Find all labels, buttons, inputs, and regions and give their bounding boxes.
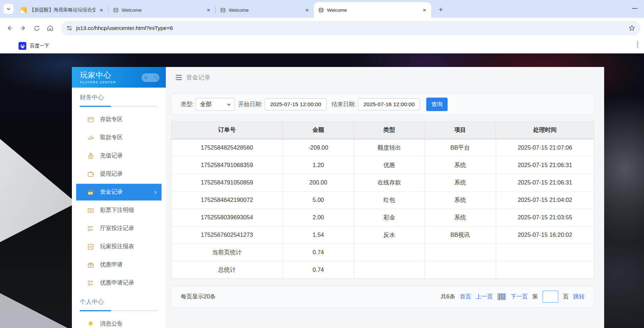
table-cell: 200.00: [283, 174, 354, 191]
table-cell: 2025-07-15 21:04:02: [496, 191, 594, 209]
tab-search-button[interactable]: [4, 4, 14, 14]
table-cell: 系统: [424, 156, 496, 174]
ticket-list-icon: [88, 207, 94, 214]
jump-prefix-label: 第: [532, 293, 538, 301]
tab-title: Welcome: [229, 7, 301, 13]
sidebar-item-message-announcements[interactable]: 消息公告: [72, 315, 166, 328]
page-title: 资金记录: [186, 73, 210, 82]
background-wedge: [0, 139, 76, 242]
panel-header: 资金记录: [166, 67, 604, 88]
chevron-down-icon: [227, 103, 231, 106]
table-cell: 0.74: [283, 261, 354, 278]
sidebar-item-promo-apply-records[interactable]: 优惠申请记录: [72, 274, 166, 292]
sidebar-section-title: 个人中心: [80, 298, 158, 310]
tab-welcome-active[interactable]: Welcome ×: [314, 2, 431, 18]
player-center-sidebar: 玩家中心 PLAYERS CENTER 财务中心存款专区取款专区充值记录提现记录…: [72, 67, 166, 328]
sidebar-item-withdraw-zone[interactable]: 取款专区: [72, 129, 166, 147]
sidebar-item-label: 存款专区: [100, 116, 123, 123]
tab-forum[interactable]: 【新提醒】海燕策略论坛综合交 ×: [16, 2, 108, 18]
background-wedge: [0, 278, 68, 328]
sidebar-item-player-bet-report[interactable]: 玩家投注报表: [72, 238, 166, 256]
table-cell: 2025-07-15 21:06:31: [496, 174, 594, 191]
bell-icon: [88, 321, 94, 327]
type-label: 类型:: [181, 101, 194, 108]
summary-row: 当前页统计0.74: [171, 244, 594, 261]
back-arrow-icon: [6, 25, 13, 32]
tab-strip: 【新提醒】海燕策略论坛综合交 × Welcome × Welcome × Wel…: [0, 0, 644, 18]
pagination-bar: 每页显示20条 共6条 首页 上一页 [1] 下一页 第 页 跳转: [171, 286, 594, 307]
bookmark-label: 百度一下: [30, 43, 49, 49]
next-page-link[interactable]: 下一页: [511, 293, 528, 301]
jump-page-input[interactable]: [543, 291, 558, 303]
table-cell: 反水: [354, 226, 424, 244]
table-cell: [354, 244, 424, 261]
new-tab-button[interactable]: +: [436, 4, 446, 15]
summary-row: 总统计0.74: [171, 261, 594, 278]
jump-suffix-label: 页: [563, 293, 569, 301]
table-row: 1752584791050859200.00在线存款系统2025-07-15 2…: [171, 174, 594, 191]
table-row: 17525676025412731.54反水BB视讯2025-07-15 16:…: [171, 226, 594, 244]
tab-close-icon[interactable]: ×: [421, 7, 428, 13]
tab-welcome-2[interactable]: Welcome ×: [216, 2, 314, 18]
query-button[interactable]: 查询: [426, 98, 448, 111]
table-cell: 当前页统计: [171, 244, 283, 261]
table-cell: BB视讯: [424, 226, 496, 244]
sidebar-item-fund-records[interactable]: 资金记录›: [76, 184, 162, 201]
fund-records-table: 订单号 金额 类型 项目 处理时间 1752584825428560-209.0…: [171, 121, 594, 279]
reload-button[interactable]: [31, 22, 43, 34]
table-cell: 2025-07-15 16:20:02: [496, 226, 594, 244]
table-cell: 系统: [424, 174, 496, 191]
list-detail-icon: [88, 225, 94, 232]
page-size-text: 每页显示20条: [181, 293, 216, 301]
jump-button[interactable]: 跳转: [573, 293, 585, 301]
page-background: 玩家中心 PLAYERS CENTER 财务中心存款专区取款专区充值记录提现记录…: [0, 53, 644, 328]
sidebar-item-label: 优惠申请: [100, 261, 123, 269]
tab-close-icon[interactable]: ×: [98, 7, 105, 13]
url-text: js13.cc/hhcp/usercenter.html?iniType=6: [76, 25, 625, 31]
home-icon: [47, 25, 54, 32]
tab-welcome-1[interactable]: Welcome ×: [109, 2, 215, 18]
window-minimize-button[interactable]: —: [632, 5, 638, 11]
sidebar-item-withdraw-records[interactable]: 提现记录: [72, 165, 166, 183]
sidebar-item-deposit-zone[interactable]: 存款专区: [72, 110, 166, 129]
sidebar-nav: 财务中心存款专区取款专区充值记录提现记录资金记录›彩票下注明细厅室投注记录玩家投…: [72, 93, 166, 328]
prev-page-link[interactable]: 上一页: [476, 293, 493, 301]
start-date-label: 开始日期:: [238, 101, 262, 108]
gift-coupon-icon: [88, 262, 94, 268]
table-cell: [424, 261, 496, 278]
table-cell: 0.74: [283, 244, 354, 261]
end-date-input[interactable]: [358, 98, 420, 110]
tab-close-icon[interactable]: ×: [304, 7, 310, 13]
type-select[interactable]: 全部: [196, 98, 234, 111]
column-header-order-no: 订单号: [171, 121, 283, 139]
chevron-right-icon: ›: [154, 188, 157, 196]
column-header-project: 项目: [424, 121, 496, 139]
back-button[interactable]: [4, 22, 16, 34]
tab-title: Welcome: [122, 7, 202, 13]
bookmark-baidu[interactable]: 百度一下: [19, 42, 49, 50]
baidu-paw-icon: [19, 42, 26, 50]
scrollbar-thumb[interactable]: [637, 41, 638, 48]
tab-close-icon[interactable]: ×: [205, 7, 212, 13]
table-cell: 总统计: [171, 261, 283, 278]
first-page-link[interactable]: 首页: [460, 293, 471, 301]
sidebar-item-hall-bet-records[interactable]: 厅室投注记录: [72, 219, 166, 238]
globe-icon: [113, 7, 119, 13]
table-cell: 1.20: [283, 156, 354, 174]
browser-toolbar: js13.cc/hhcp/usercenter.html?iniType=6: [0, 18, 644, 38]
forum-favicon-icon: [21, 7, 27, 13]
sidebar-item-label: 玩家投注报表: [100, 243, 134, 250]
home-button[interactable]: [44, 22, 56, 34]
bookmark-star-icon[interactable]: [628, 25, 635, 32]
address-bar[interactable]: js13.cc/hhcp/usercenter.html?iniType=6: [61, 21, 640, 35]
fund-records-panel: 资金记录 类型: 全部 开始日期: 结束日期: 查询: [166, 67, 604, 328]
table-row: 17525847910683591.20优惠系统2025-07-15 21:06…: [171, 156, 594, 174]
sidebar-item-label: 消息公告: [100, 320, 123, 328]
sidebar-item-lottery-bet-detail[interactable]: 彩票下注明细: [72, 201, 166, 219]
sidebar-item-promo-apply[interactable]: 优惠申请: [72, 256, 166, 274]
sidebar-header: 玩家中心 PLAYERS CENTER: [72, 67, 166, 88]
table-cell: 系统: [424, 209, 496, 226]
start-date-input[interactable]: [265, 98, 327, 110]
sidebar-item-recharge-records[interactable]: 充值记录: [72, 147, 166, 165]
forward-button[interactable]: [17, 22, 29, 34]
